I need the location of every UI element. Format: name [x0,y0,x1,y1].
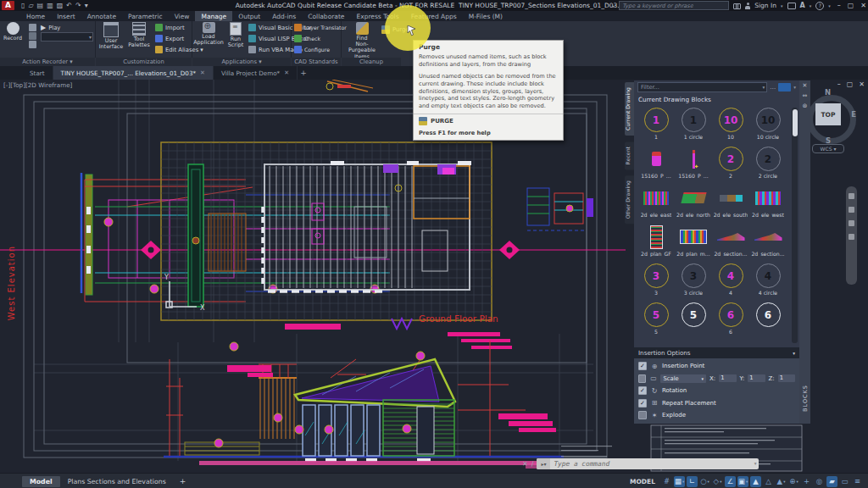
blocks-scrollbar[interactable] [792,108,798,343]
block-item[interactable]: 4 4 [712,262,749,301]
restore-button[interactable]: ▢ [848,2,854,9]
file-tab-start[interactable]: Start [22,66,53,80]
scale-row[interactable]: ▭ Scale▾ X:1 Y:1 Z:1 [638,374,795,384]
explode-row[interactable]: ✶ Explode [638,410,795,420]
block-item[interactable]: 3 3 circle [675,262,712,301]
doc-close-button[interactable]: ✕ [859,80,865,88]
block-item[interactable]: 5 [675,301,712,340]
run-script-button[interactable]: Run Script [225,22,247,48]
model-space-toggle[interactable]: MODEL [630,478,655,485]
find-non-purgeable-button[interactable]: Find Non-Purgeable Items [343,22,381,60]
blocks-filter-input[interactable]: Filter... [637,82,767,92]
sign-in-link[interactable]: Sign In [754,2,776,9]
block-item[interactable]: 15160_P_... [637,145,675,184]
block-item[interactable]: 1 1 circle [675,106,712,145]
grid-display-icon[interactable]: # [661,476,672,487]
redo-icon[interactable]: ↷ [75,1,81,10]
customize-command-icon[interactable]: ∕ [531,460,534,468]
insertion-point-checkbox[interactable]: ✓ [638,362,647,370]
layout-tab-model[interactable]: Model [22,476,60,487]
undo-icon[interactable]: ↶ [66,1,72,10]
save-as-icon[interactable]: ▥ [47,1,53,10]
panel-label-cad-standards[interactable]: CAD Standards [292,58,341,66]
block-item[interactable]: 10 10 circle [749,106,787,145]
viewport-controls[interactable]: [-][Top][2D Wireframe] [3,81,72,89]
block-item[interactable]: 2 2 circle [749,145,787,184]
block-item[interactable]: 2d_ele_east [637,184,675,223]
block-item[interactable]: 2d_section... [712,223,749,262]
viewcube-east[interactable]: E [851,110,856,119]
rotation-checkbox[interactable]: ✓ [638,386,647,395]
new-layout-button[interactable]: + [174,477,192,485]
block-item[interactable]: 4 4 circle [749,262,787,301]
palette-autohide-icon[interactable]: ⇔ [803,92,808,99]
snap-mode-icon[interactable]: ▦ [674,476,685,487]
user-interface-button[interactable]: User Interface [97,22,125,50]
scale-z-input[interactable]: 1 [778,374,795,382]
palette-close-icon[interactable]: ✕ [803,82,808,89]
block-item[interactable]: 15160_P_... [675,145,712,184]
scale-y-input[interactable]: 1 [748,374,765,382]
insertion-point-row[interactable]: ✓ ⊕ Insertion Point [638,361,795,371]
insertion-options-header[interactable]: Insertion Options▾ [634,347,799,358]
file-tab-current[interactable]: TINY HOUSE_TRP007_... Elevations_01_D03*… [53,66,214,80]
ribbon-tab[interactable]: Add-ins [266,11,302,21]
new-drawing-tab-button[interactable]: + [298,66,309,80]
block-item[interactable]: 2 2 [712,145,749,184]
plot-icon[interactable]: ▨ [57,1,64,10]
ribbon-tab[interactable]: Output [232,11,266,21]
sign-in-avatar-icon[interactable] [745,3,750,9]
browse-blocks-button[interactable]: … [770,84,776,91]
scale-x-input[interactable]: 1 [719,374,736,382]
command-input[interactable]: ▸▾ Type a command [537,458,759,469]
osnap-tracking-icon[interactable]: ∠ [725,476,736,487]
block-item[interactable]: 2d_ele_west [749,184,787,223]
file-tab-villa[interactable]: Villa Project Demo*✕ [214,66,298,80]
viewcube-north[interactable]: N [825,88,831,97]
palette-side-tab[interactable]: Other Drawing [625,175,634,224]
layout-tab-plans[interactable]: Plans Sections and Elevations [60,476,174,487]
load-application-button[interactable]: Load Application [194,22,223,46]
annotation-scale-icon[interactable]: ▲ [776,476,787,487]
block-item[interactable]: 2d_section... [749,223,787,262]
search-toggle-icon[interactable]: ▸ [613,3,615,8]
ribbon-tab[interactable]: Collaborate [302,11,350,21]
view-options-icon[interactable] [778,83,791,92]
annotation-visibility-icon[interactable]: ▲ [750,476,761,487]
action-macro-select[interactable] [41,32,93,42]
rotation-row[interactable]: ✓ ↻ Rotation [638,385,795,396]
graphics-performance-icon[interactable]: ▰ [826,476,837,487]
check-button[interactable]: Check [294,34,347,43]
app-store-icon[interactable] [787,3,796,9]
block-item[interactable]: 5 5 [637,301,675,340]
customization-menu-icon[interactable]: ≡ [852,476,863,487]
new-file-icon[interactable]: ▯ [21,1,25,10]
pause-icon[interactable] [29,41,36,48]
minimize-button[interactable]: – [837,2,841,9]
repeat-placement-checkbox[interactable]: ✓ [638,399,647,408]
panel-label-action-recorder[interactable]: Action Recorder ▾ [0,58,95,66]
autocad-logo-icon[interactable]: A [2,1,14,10]
close-tab-icon[interactable]: ✕ [284,69,289,76]
palette-properties-icon[interactable]: ⊛ [803,103,808,109]
save-icon[interactable]: ▤ [37,1,44,10]
block-item[interactable]: 1 1 [637,106,675,145]
scale-checkbox[interactable] [638,374,646,383]
polar-tracking-icon[interactable]: ○ [699,476,710,487]
ortho-mode-icon[interactable]: ∟ [687,476,698,487]
close-command-icon[interactable]: ✕ [522,460,528,468]
panel-label-applications[interactable]: Applications ▾ [192,58,291,66]
ribbon-tab[interactable]: Parametric [122,11,169,21]
panel-label-customization[interactable]: Customization [96,58,192,66]
explode-checkbox[interactable] [638,411,647,419]
ribbon-tab[interactable]: View [169,11,196,21]
viewcube-top-face[interactable]: TOP [815,103,841,125]
doc-restore-button[interactable]: ▢ [847,80,854,88]
collapse-icon[interactable]: ▾ [793,351,795,356]
configure-button[interactable]: Configure [294,45,347,54]
isometric-drafting-icon[interactable]: ◇ [712,476,723,487]
repeat-placement-row[interactable]: ✓ ⊞ Repeat Placement [638,398,795,408]
isolate-objects-icon[interactable]: ◎ [814,476,825,487]
block-item[interactable]: 10 10 [712,106,749,145]
insert-input-icon[interactable] [29,32,36,40]
